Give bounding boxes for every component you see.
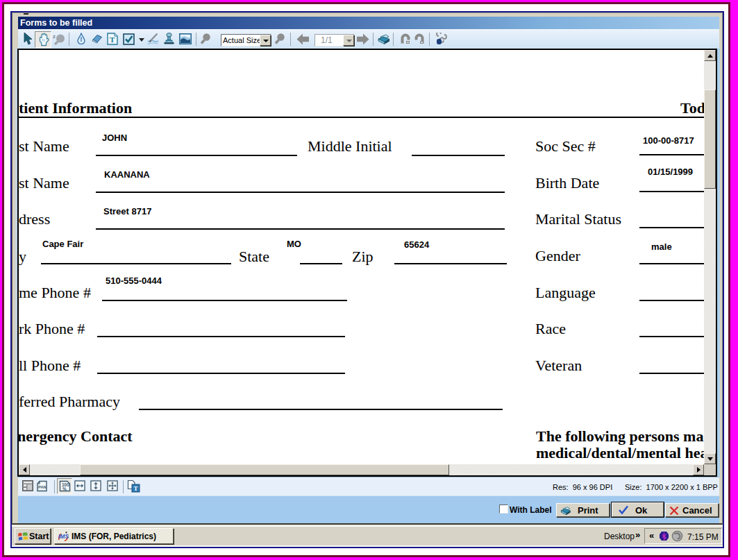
svg-text:%: % bbox=[62, 486, 67, 491]
svg-text:T: T bbox=[110, 35, 115, 44]
svg-text:IMS: IMS bbox=[58, 533, 69, 540]
svg-text:PAN: PAN bbox=[38, 485, 47, 489]
svg-text:z: z bbox=[53, 33, 56, 40]
svg-text:T: T bbox=[134, 485, 138, 492]
